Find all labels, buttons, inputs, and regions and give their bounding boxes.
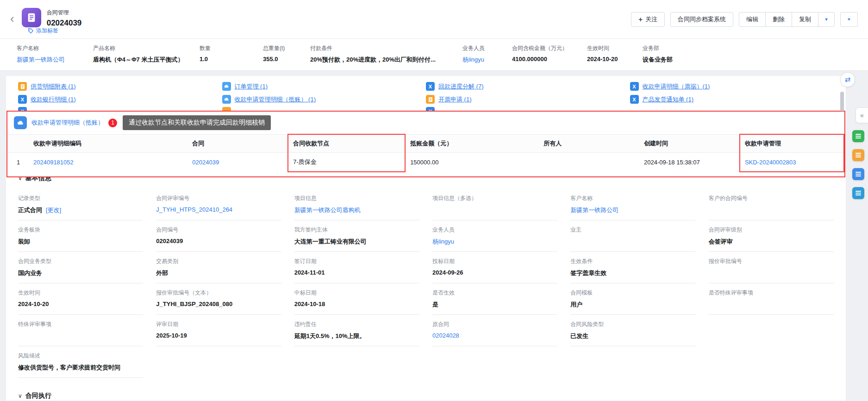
rail-icon-4[interactable] (852, 187, 864, 199)
document-icon (26, 13, 37, 23)
list-icon (856, 155, 861, 156)
offset-receipt-table: 收款申请明细编码 合同 合同收款节点 抵账金额（元） 所有人 创建时间 收款申请… (7, 134, 844, 172)
rel-supply-detail[interactable]: 供货明细附表 (1) (18, 82, 222, 91)
vertical-scrollbar-thumb[interactable] (840, 92, 844, 111)
field-contract-no: 合同编号 02024039 (156, 220, 281, 252)
rel-order-mgmt[interactable]: 订单管理 (1) (222, 82, 426, 91)
field-trade-type: 交易类别 外部 (156, 252, 281, 283)
field-special-review-items: 特殊评审事项 (18, 315, 143, 346)
collapse-panel-button[interactable]: « (856, 107, 868, 123)
rel-receipt-detail-invoice[interactable]: X 收款申请明细（票据）(1) (630, 82, 834, 91)
doc-icon (18, 82, 27, 91)
field-empty (709, 315, 834, 346)
field-business-segment: 业务板块 装卸 (18, 220, 143, 252)
rel-receipt-request-offset[interactable]: 收款申请管理明细（抵账） (1) (222, 95, 426, 104)
rail-icon-2[interactable] (852, 149, 864, 161)
sheet-icon: X (630, 95, 639, 104)
field-project-info-multi: 项目信息（多选） (432, 189, 557, 220)
chevron-down-icon: ▼ (824, 17, 829, 22)
cell-receipt-request-link[interactable]: SKD-20240002803 (740, 153, 844, 172)
col-header-created: 创建时间 (639, 134, 740, 153)
col-header-payment-node: 合同收款节点 (288, 134, 405, 153)
sheet-icon: X (630, 82, 639, 91)
header-actions: + 关注 合同同步档案系统 编辑 删除 复制 ▼ (631, 12, 858, 27)
sum-quantity: 数量 1.0 (200, 44, 263, 64)
copy-button[interactable]: 复制 (792, 12, 818, 27)
collapse-caret-icon: ∨ (18, 393, 22, 399)
related-lists: 供货明细附表 (1) 订单管理 (1) X 回款进度分解 (7) X 收款申请明… (6, 76, 846, 104)
field-risk-description: 风险描述 修改供货型号，客户要求提前交货时间 (18, 346, 143, 378)
field-effective-time: 生效时间 2024-10-20 (18, 283, 143, 315)
field-contract-risk-type: 合同风险类型 已发生 (570, 315, 695, 346)
col-header-code: 收款申请明细编码 (29, 134, 187, 153)
section-title-link[interactable]: 收款申请管理明细（抵账） (31, 119, 104, 127)
rel-invoice-request[interactable]: 开票申请 (1) (426, 95, 630, 104)
sum-contract-amount: 合同含税金额（万元） 4100.000000 (512, 44, 587, 64)
sum-effective-time: 生效时间 2024-10-20 (587, 44, 643, 64)
follow-button[interactable]: + 关注 (631, 12, 665, 27)
field-original-contract: 原合同 02024028 (432, 315, 557, 346)
doc-icon (222, 107, 231, 111)
field-review-date: 评审日期 2025-10-19 (156, 315, 281, 346)
cloud-icon (14, 116, 27, 129)
print-button[interactable] (840, 12, 858, 27)
cell-payment-node: 7-质保金 (288, 153, 405, 172)
cell-created: 2024-09-18 15:38:07 (639, 153, 740, 172)
field-quote-approval-no: 报价审批编号 (709, 252, 834, 283)
col-header-owner: 所有人 (539, 134, 639, 153)
field-review-level: 合同评审级别 会签评审 (709, 220, 834, 252)
back-icon[interactable]: ‹ (10, 13, 19, 26)
field-is-special-review: 是否特殊评审事项 (709, 283, 834, 315)
field-quote-approval-no-text: 报价审批编号（文本） J_TYHI_BJSP_202408_080 (156, 283, 281, 315)
cell-contract-link[interactable]: 02024039 (187, 153, 288, 172)
sheet-icon: X (18, 95, 27, 104)
sheet-icon: X (426, 82, 435, 91)
field-record-type: 记录类型 正式合同[更改] (18, 189, 143, 220)
cloud-icon (222, 95, 231, 104)
clipped-related-row: X X (6, 104, 846, 111)
sheet-icon: X (18, 107, 27, 111)
field-project-info: 项目信息 新疆第一铁路公司盾构机 (294, 189, 419, 220)
field-owner-party: 业主 (570, 220, 695, 252)
list-icon (856, 193, 861, 194)
rel-delivery-notice[interactable]: X 产品发货通知单 (1) (630, 95, 834, 104)
sum-product-name: 产品名称 盾构机（Φ4～Φ7 米土压平衡式） (93, 44, 200, 64)
rail-icon-3[interactable] (852, 168, 864, 180)
contract-app-icon (22, 8, 41, 27)
highlighted-section: 收款申请管理明细（抵账） 1 通过收款节点和关联收款申请完成回款明细核销 收款申… (6, 111, 845, 177)
basic-info-grid: 记录类型 正式合同[更改] 合同评审编号 J_TYHI_HTPS_202410_… (18, 189, 834, 378)
field-signing-date: 签订日期 2024-11-01 (294, 252, 419, 283)
summary-bar: 客户名称 新疆第一铁路公司 产品名称 盾构机（Φ4～Φ7 米土压平衡式） 数量 … (0, 39, 868, 71)
field-winning-date: 中标日期 2024-10-18 (294, 283, 419, 315)
edit-button[interactable]: 编辑 (739, 12, 766, 27)
page-title: 02024039 (47, 19, 82, 28)
rel-receipt-bank-detail[interactable]: X 收款银行明细 (1) (18, 95, 222, 104)
list-icon (856, 136, 861, 137)
sum-salesperson: 业务人员 杨lingyu (462, 44, 512, 64)
delete-button[interactable]: 删除 (765, 12, 792, 27)
right-quick-rail: « (848, 107, 868, 199)
cell-amount: 150000.00 (405, 153, 539, 172)
entity-label: 合同管理 (47, 9, 82, 17)
field-signing-entity: 我方签约主体 大连第一重工铸业有限公司 (294, 220, 419, 252)
contract-execution-header[interactable]: ∨ 合同执行 (18, 392, 834, 400)
add-tag-link[interactable]: 添加标签 (28, 27, 58, 35)
col-header-index (7, 134, 29, 153)
page-header: ‹ 合同管理 02024039 添加标签 + 关注 合同同步档案系统 编辑 删除… (0, 0, 868, 39)
printer-icon (848, 15, 850, 23)
sum-payment-terms: 付款条件 20%预付款，20%进度款，20%出厂和到付付... (310, 44, 462, 64)
field-breach-liability: 违约责任 延期1天0.5%，10%上限。 (294, 315, 419, 346)
doc-icon (426, 95, 435, 104)
field-salesperson: 业务人员 杨lingyu (432, 220, 557, 252)
field-customer-contract-no: 客户的合同编号 (709, 189, 834, 220)
rail-icon-1[interactable] (852, 130, 864, 142)
table-row: 1 202409181052 02024039 7-质保金 150000.00 … (7, 153, 844, 172)
swap-view-button[interactable]: ⇄ (840, 72, 855, 87)
cell-code-link[interactable]: 202409181052 (29, 153, 187, 172)
rel-payment-progress[interactable]: X 回款进度分解 (7) (426, 82, 630, 91)
more-actions-button[interactable]: ▼ (818, 12, 835, 27)
change-link[interactable]: [更改] (46, 207, 61, 213)
sync-archive-button[interactable]: 合同同步档案系统 (670, 12, 733, 27)
field-bid-date: 投标日期 2024-09-26 (432, 252, 557, 283)
col-header-amount: 抵账金额（元） (405, 134, 539, 153)
